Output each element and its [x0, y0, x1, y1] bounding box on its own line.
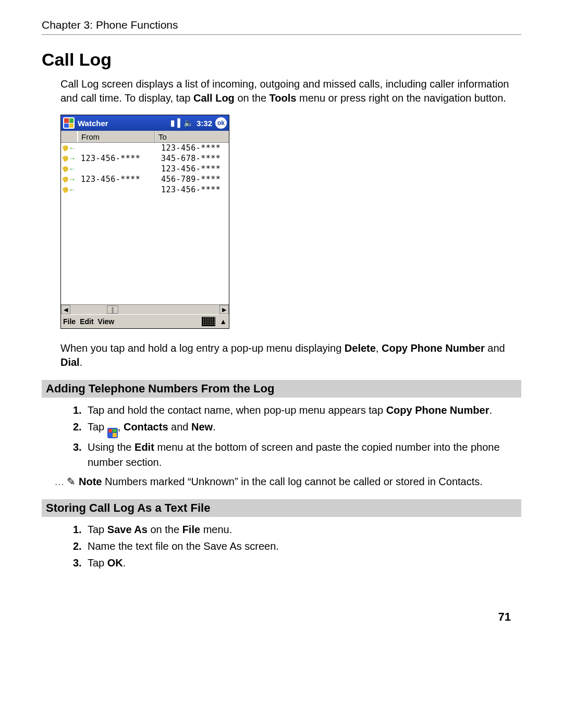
after-screenshot-paragraph: When you tap and hold a log entry a pop-… — [60, 341, 521, 369]
list-step: 1. Tap and hold the contact name, when p… — [73, 403, 521, 418]
document-page: Chapter 3: Phone Functions Call Log Call… — [0, 0, 563, 728]
text-bold: OK — [107, 557, 123, 569]
start-icon[interactable] — [63, 117, 75, 129]
cell-to: 123-456-**** — [158, 185, 229, 194]
text: Tap and hold the contact name, when pop-… — [88, 404, 386, 416]
step-number: 3. — [73, 556, 88, 571]
storing-steps-list: 1. Tap Save As on the File menu. 2. Name… — [73, 522, 521, 571]
text: Name the text file on the Save As screen… — [88, 539, 279, 554]
text: . — [213, 421, 216, 433]
phone-icon — [62, 165, 69, 172]
horizontal-scrollbar[interactable]: ◀ ║ ▶ — [61, 304, 229, 314]
outgoing-arrow-icon: → — [69, 175, 76, 183]
up-arrow-icon[interactable]: ▲ — [219, 317, 227, 326]
text-bold: Save As — [107, 524, 148, 535]
text: on the — [235, 92, 270, 104]
text: . — [80, 356, 83, 368]
list-item[interactable]: ← 123-456-**** — [61, 164, 229, 174]
text-bold: Delete — [345, 342, 376, 354]
text-bold: Call Log — [193, 92, 235, 104]
scroll-right-icon[interactable]: ▶ — [219, 305, 229, 314]
cell-from: 123-456-**** — [78, 154, 158, 163]
list-step: 3. Tap OK. — [73, 556, 521, 571]
step-number: 3. — [73, 440, 88, 470]
text: . — [123, 557, 126, 569]
text-bold: Copy Phone Number — [382, 342, 485, 354]
list-step: 2. Tap , Contacts and New. — [73, 419, 521, 438]
incoming-arrow-icon: ← — [69, 165, 76, 173]
bottom-menubar: File Edit View ▲ — [61, 314, 229, 328]
text: and — [485, 342, 505, 354]
column-headers: From To — [61, 131, 229, 143]
signal-icon: ▮▐ — [170, 118, 180, 128]
page-title: Call Log — [42, 50, 521, 70]
text-bold: Tools — [270, 92, 297, 104]
step-number: 2. — [73, 419, 88, 438]
phone-icon — [62, 186, 69, 193]
note-label: Note — [79, 476, 102, 487]
column-header-from[interactable]: From — [78, 131, 155, 142]
text-bold: Copy Phone Number — [386, 404, 489, 416]
text: Tap — [88, 557, 107, 569]
text: menu. — [200, 524, 232, 535]
text-bold: Edit — [134, 441, 154, 453]
scroll-left-icon[interactable]: ◀ — [61, 305, 70, 314]
menu-file[interactable]: File — [63, 317, 76, 326]
scroll-thumb[interactable]: ║ — [107, 305, 118, 314]
page-number: 71 — [498, 610, 511, 624]
incoming-arrow-icon: ← — [69, 186, 76, 194]
list-step: 2. Name the text file on the Save As scr… — [73, 539, 521, 554]
screenshot-window: Watcher ▮▐ 🔈 3:32 ok From To ← 123-456-*… — [60, 115, 229, 329]
start-icon — [107, 428, 118, 438]
list-item[interactable]: ← 123-456-**** — [61, 143, 229, 153]
cell-to: 123-456-**** — [158, 143, 229, 153]
section-heading-adding: Adding Telephone Numbers From the Log — [42, 380, 521, 398]
text-bold: Contacts — [124, 421, 168, 433]
list-item[interactable]: → 123-456-**** 345-678-**** — [61, 153, 229, 164]
intro-paragraph: Call Log screen displays a list of incom… — [60, 77, 521, 105]
column-header-icon[interactable] — [61, 131, 78, 142]
text-bold: New — [191, 421, 213, 433]
clock: 3:32 — [197, 119, 212, 128]
app-name: Watcher — [78, 119, 108, 128]
adding-steps-list: 1. Tap and hold the contact name, when p… — [73, 403, 521, 470]
text: menu or press right on the navigation bu… — [296, 92, 506, 104]
note-icon: … ✎ — [54, 474, 76, 489]
note: … ✎ Note Numbers marked “Unknown” in the… — [54, 474, 521, 489]
list-step: 1. Tap Save As on the File menu. — [73, 522, 521, 537]
text: Tap — [88, 524, 107, 535]
call-log-list: ← 123-456-**** → 123-456-**** 345-678-**… — [61, 143, 229, 304]
text: When you tap and hold a log entry a pop-… — [60, 342, 345, 354]
cell-to: 456-789-**** — [158, 175, 229, 184]
menu-view[interactable]: View — [98, 317, 115, 326]
step-number: 1. — [73, 403, 88, 418]
list-item[interactable]: → 123-456-**** 456-789-**** — [61, 174, 229, 184]
keyboard-icon[interactable] — [202, 317, 215, 326]
text: Tap — [88, 421, 107, 433]
text: , — [376, 342, 382, 354]
scroll-track[interactable]: ║ — [70, 305, 219, 314]
column-header-to[interactable]: To — [155, 131, 229, 142]
step-number: 2. — [73, 539, 88, 554]
speaker-icon: 🔈 — [183, 118, 193, 128]
text-bold: File — [182, 524, 200, 535]
text: and — [168, 421, 191, 433]
cell-from: 123-456-**** — [78, 175, 158, 184]
cell-to: 345-678-**** — [158, 154, 229, 163]
list-item[interactable]: ← 123-456-**** — [61, 184, 229, 195]
text: Using the — [88, 441, 134, 453]
ok-button[interactable]: ok — [215, 117, 227, 129]
phone-icon — [62, 144, 69, 151]
note-text: Numbers marked “Unknown” in the call log… — [102, 476, 482, 487]
pencil-icon: ✎ — [67, 474, 76, 489]
text: , — [118, 421, 124, 433]
section-heading-storing: Storing Call Log As a Text File — [42, 499, 521, 517]
chapter-header: Chapter 3: Phone Functions — [42, 19, 521, 35]
text: . — [489, 404, 492, 416]
phone-icon — [62, 176, 69, 182]
text-bold: Dial — [60, 356, 80, 368]
step-number: 1. — [73, 522, 88, 537]
incoming-arrow-icon: ← — [69, 144, 76, 152]
outgoing-arrow-icon: → — [69, 154, 76, 163]
menu-edit[interactable]: Edit — [80, 317, 93, 326]
